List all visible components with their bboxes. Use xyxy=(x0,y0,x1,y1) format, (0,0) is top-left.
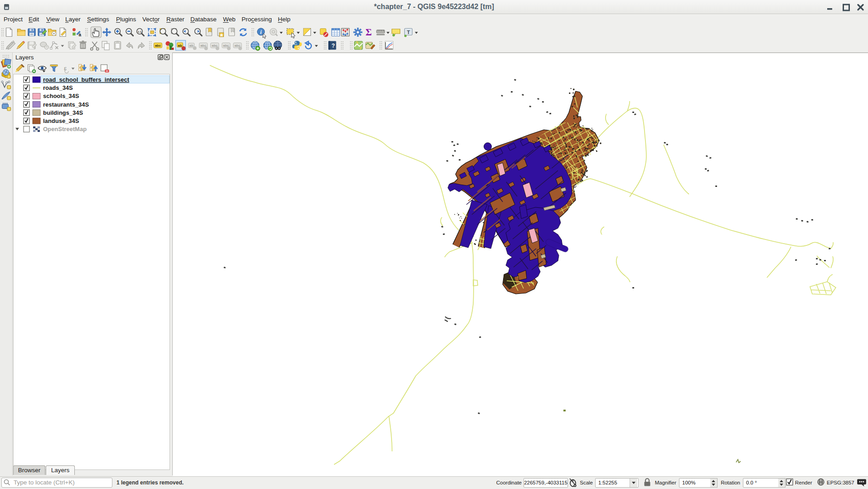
svg-text:?: ? xyxy=(331,43,335,49)
svg-text:OpenStreetMap: OpenStreetMap xyxy=(43,126,87,132)
svg-text:Scale: Scale xyxy=(580,480,593,485)
svg-text:buildings_34S: buildings_34S xyxy=(43,109,83,116)
svg-text:landuse_34S: landuse_34S xyxy=(43,117,79,124)
svg-text:Render: Render xyxy=(795,480,812,485)
svg-text:EPSG:3857: EPSG:3857 xyxy=(827,480,854,485)
svg-text:a: a xyxy=(78,32,81,37)
svg-text:ab: ab xyxy=(189,44,194,48)
svg-text:restaurants_34S: restaurants_34S xyxy=(43,101,89,108)
svg-text:schools_34S: schools_34S xyxy=(43,93,79,99)
svg-text:Magnifier: Magnifier xyxy=(655,480,676,485)
svg-text:Rotation: Rotation xyxy=(721,480,740,485)
svg-text:road_school_buffers_intersect: road_school_buffers_intersect xyxy=(43,76,130,83)
svg-text:1 legend entries removed.: 1 legend entries removed. xyxy=(116,479,184,486)
svg-text:roads_34S: roads_34S xyxy=(43,84,73,91)
svg-text:Coordinate: Coordinate xyxy=(496,480,522,485)
svg-text:T: T xyxy=(407,29,410,35)
svg-text:1:1: 1:1 xyxy=(138,30,142,33)
svg-text:Type to locate (Ctrl+K): Type to locate (Ctrl+K) xyxy=(14,479,75,486)
svg-text:ab: ab xyxy=(178,44,182,48)
svg-text:Σ: Σ xyxy=(365,27,372,38)
